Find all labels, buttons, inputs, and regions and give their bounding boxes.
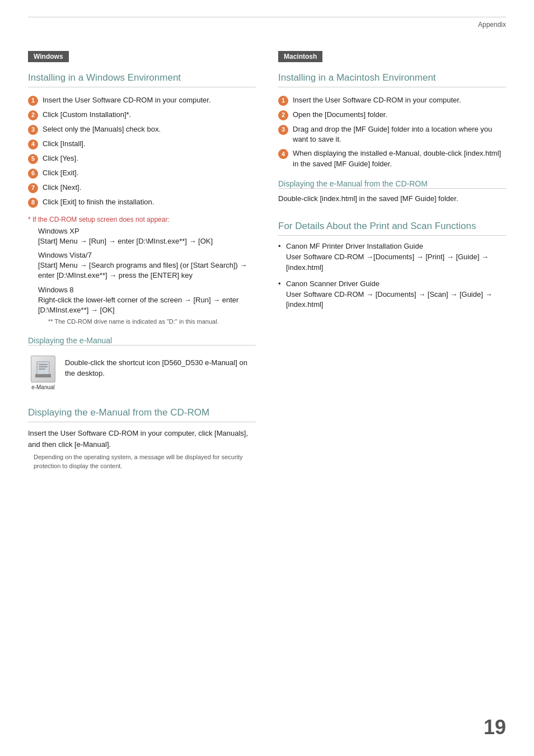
step-number: 7 [28, 183, 38, 193]
step-number: 2 [278, 110, 288, 120]
e-manual-text: Double-click the shortcut icon [D560_D53… [65, 356, 256, 379]
page-number: 19 [484, 716, 506, 739]
windows-xp-block: Windows XP [Start] Menu → [Run] → enter … [38, 227, 256, 246]
for-details-title: For Details About the Print and Scan Fun… [278, 221, 506, 236]
list-item: 3Drag and drop the [MF Guide] folder int… [278, 124, 506, 144]
windows-steps-list: 1Insert the User Software CD-ROM in your… [28, 95, 256, 208]
list-item: Canon MF Printer Driver Installation Gui… [278, 241, 506, 273]
page: Appendix Windows Installing in a Windows… [0, 0, 534, 756]
list-item: Canon Scanner Driver Guide User Software… [278, 279, 506, 311]
displaying-from-cdrom-title: Displaying the e-Manual from the CD-ROM [28, 407, 256, 422]
e-manual-section: e-Manual Double-click the shortcut icon … [28, 356, 256, 390]
mac-displaying-sub-title: Displaying the e-Manual from the CD-ROM [278, 179, 506, 189]
list-item: 3Select only the [Manuals] check box. [28, 124, 256, 135]
left-column: Windows Installing in a Windows Environm… [28, 51, 256, 470]
os-name: Windows XP [38, 227, 256, 235]
double-star-note: ** The CD-ROM drive name is indicated as… [48, 318, 256, 326]
mac-steps-list: 1Insert the User Software CD-ROM in your… [278, 95, 506, 169]
list-item: 1Insert the User Software CD-ROM in your… [28, 95, 256, 106]
step-number: 2 [28, 110, 38, 120]
list-item: 6Click [Exit]. [28, 168, 256, 179]
os-cmd: [Start] Menu → [Search programs and file… [38, 260, 256, 281]
scanner-driver-path: User Software CD-ROM → [Documents] → [Sc… [286, 290, 506, 311]
e-manual-icon-graphic [31, 356, 55, 382]
windows-installing-title: Installing in a Windows Environment [28, 72, 256, 87]
scanner-driver-title: Canon Scanner Driver Guide [286, 279, 506, 290]
list-item: 5Click [Yes]. [28, 153, 256, 164]
step-number: 3 [28, 125, 38, 135]
windows-8-block: Windows 8 Right-click the lower-left cor… [38, 286, 256, 326]
step-number: 1 [28, 96, 38, 106]
list-item: 4Click [Install]. [28, 139, 256, 150]
two-column-layout: Windows Installing in a Windows Environm… [28, 51, 506, 470]
os-cmd: [Start] Menu → [Run] → enter [D:\MInst.e… [38, 236, 256, 246]
e-manual-svg [35, 361, 51, 377]
svg-rect-3 [39, 368, 45, 370]
printer-driver-title: Canon MF Printer Driver Installation Gui… [286, 241, 506, 252]
step-number: 6 [28, 169, 38, 179]
printer-driver-path: User Software CD-ROM →[Documents] → [Pri… [286, 252, 506, 273]
top-border [28, 17, 506, 17]
displaying-e-manual-subtitle: Displaying the e-Manual [28, 336, 256, 346]
list-item: 2Click [Custom Installation]*. [28, 110, 256, 120]
note-section: * If the CD-ROM setup screen does not ap… [28, 216, 256, 326]
list-item: 7Click [Next]. [28, 183, 256, 193]
displaying-from-cdrom-note: Depending on the operating system, a mes… [34, 453, 256, 470]
step-number: 4 [28, 139, 38, 150]
e-manual-row: e-Manual Double-click the shortcut icon … [28, 356, 256, 390]
windows-badge: Windows [28, 51, 69, 62]
mac-displaying-sub-body: Double-click [index.html] in the saved [… [278, 193, 506, 204]
windows-vista-block: Windows Vista/7 [Start] Menu → [Search p… [38, 251, 256, 281]
svg-rect-2 [39, 366, 48, 367]
os-name: Windows Vista/7 [38, 251, 256, 259]
step-number: 8 [28, 198, 38, 208]
step-number: 5 [28, 154, 38, 164]
right-column: Macintosh Installing in a Macintosh Envi… [278, 51, 506, 470]
e-manual-label: e-Manual [31, 384, 55, 390]
svg-rect-1 [39, 364, 48, 365]
appendix-label: Appendix [28, 21, 506, 29]
list-item: 1Insert the User Software CD-ROM in your… [278, 95, 506, 106]
list-item: 4When displaying the installed e-Manual,… [278, 148, 506, 169]
step-number: 4 [278, 149, 288, 159]
macintosh-badge: Macintosh [278, 51, 322, 62]
os-name: Windows 8 [38, 286, 256, 294]
step-number: 1 [278, 96, 288, 106]
note-star-label: * If the CD-ROM setup screen does not ap… [28, 216, 256, 223]
step-number: 3 [278, 125, 288, 135]
os-cmd: Right-click the lower-left corner of the… [38, 295, 256, 315]
list-item: 8Click [Exit] to finish the installation… [28, 197, 256, 208]
mac-installing-title: Installing in a Macintosh Environment [278, 72, 506, 87]
for-details-list: Canon MF Printer Driver Installation Gui… [278, 241, 506, 310]
e-manual-icon: e-Manual [28, 356, 58, 390]
displaying-from-cdrom-body: Insert the User Software CD-ROM in your … [28, 428, 256, 450]
list-item: 2Open the [Documents] folder. [278, 110, 506, 120]
